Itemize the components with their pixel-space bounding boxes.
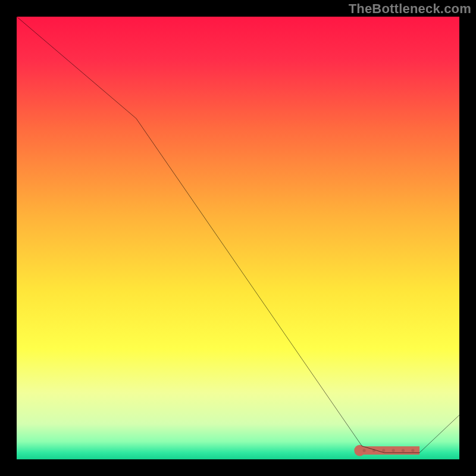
marker-body [360,446,419,455]
marker-dot [382,449,385,452]
plot-area [17,17,459,459]
marker-dot [402,449,405,452]
bottleneck-chart [17,17,459,459]
gradient-background [17,17,459,459]
marker-dot [392,449,395,452]
chart-frame: TheBottleneck.com [0,0,476,476]
watermark-text: TheBottleneck.com [349,1,471,17]
marker-dot [362,449,365,452]
marker-dot [411,449,414,452]
